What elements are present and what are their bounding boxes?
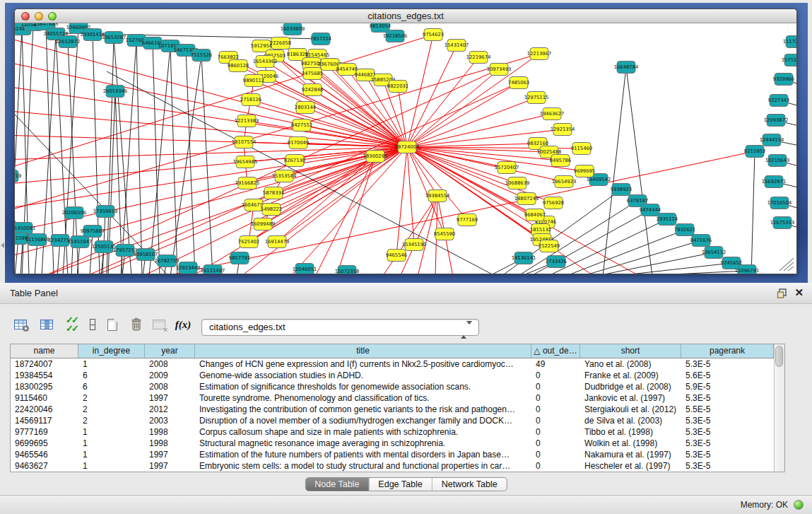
graph-node[interactable]: 10973493 — [487, 64, 512, 76]
graph-node[interactable]: 8545590 — [434, 228, 455, 240]
graph-node[interactable]: 19654985 — [233, 156, 258, 168]
scrollbar-thumb[interactable] — [775, 346, 783, 367]
graph-node[interactable]: 15720407 — [495, 162, 519, 174]
select-all-button[interactable]: ✓✓✓✓ — [62, 315, 81, 334]
graph-node[interactable]: 9699695 — [574, 165, 595, 177]
graph-node[interactable]: 16099489 — [251, 218, 276, 230]
graph-node[interactable]: 9242848 — [302, 84, 323, 96]
graph-node[interactable]: 11451947 — [68, 236, 93, 248]
graph-node[interactable]: 5878334 — [263, 187, 284, 199]
table-row[interactable]: 2242004622012Investigating the contribut… — [11, 404, 774, 415]
graph-node[interactable]: 90975887 — [81, 226, 105, 238]
graph-node[interactable]: 12219674 — [466, 52, 491, 64]
column-header-short[interactable]: short — [580, 344, 681, 358]
graph-node[interactable]: 14136141 — [512, 252, 536, 264]
graph-node[interactable]: 9860128 — [228, 60, 249, 72]
graph-node[interactable]: 2522549 — [539, 240, 560, 252]
column-header-year[interactable]: year — [145, 344, 195, 358]
graph-node[interactable]: 10688639 — [505, 177, 530, 189]
graph-node[interactable]: 19384554 — [425, 190, 450, 202]
table-row[interactable]: 1872400712008Changes of HCN gene express… — [11, 358, 774, 370]
memory-ok-indicator[interactable] — [794, 500, 804, 510]
graph-node[interactable]: 9754623 — [423, 29, 444, 41]
graph-node[interactable]: 7932621 — [674, 224, 695, 236]
graph-node[interactable]: 1733426 — [546, 256, 567, 268]
graph-node[interactable]: 7625402 — [238, 236, 259, 248]
new-column-button[interactable] — [103, 315, 122, 334]
graph-node[interactable]: 2226058 — [270, 37, 291, 49]
graph-node[interactable]: 18807249 — [514, 193, 539, 205]
graph-node[interactable]: 10654112 — [702, 247, 726, 259]
graph-node[interactable]: 9170049 — [288, 137, 309, 149]
network-window-titlebar[interactable]: citations_edges.txt — [15, 9, 796, 23]
graph-node[interactable]: 12213967 — [527, 48, 552, 60]
graph-node[interactable]: 11675313 — [770, 217, 795, 229]
table-row[interactable]: 1456911722003Disruption of a novel membe… — [11, 415, 774, 426]
graph-node[interactable]: 9777169 — [457, 214, 478, 226]
graph-node[interactable]: 19463627 — [540, 108, 565, 120]
graph-node[interactable]: 8427552 — [291, 119, 312, 132]
network-canvas[interactable]: 1872400716248712110564142584788324055724… — [15, 23, 796, 274]
graph-node[interactable]: 12921354 — [551, 124, 575, 136]
select-columns-button[interactable] — [37, 315, 56, 334]
graph-node[interactable]: 2935114 — [657, 214, 678, 226]
graph-node[interactable]: 26053346 — [103, 86, 128, 98]
graph-node[interactable]: 9227343 — [768, 95, 789, 107]
graph-node[interactable]: 17359919 — [93, 206, 118, 218]
table-row[interactable]: 969969511998Structural magnetic resonanc… — [11, 438, 774, 449]
graph-node[interactable]: 9756928 — [543, 197, 564, 209]
graph-node[interactable]: 19166825 — [235, 177, 260, 189]
float-panel-icon[interactable] — [777, 288, 788, 299]
graph-node[interactable]: 20532219 — [15, 170, 21, 182]
graph-node[interactable]: 19218506 — [383, 30, 408, 42]
function-builder-button[interactable]: f(x) — [174, 315, 192, 334]
graph-node[interactable]: 16648784 — [614, 62, 639, 74]
minimize-window-button[interactable] — [35, 12, 43, 21]
graph-node[interactable]: 12213383 — [235, 115, 259, 127]
graph-node[interactable]: 12046051 — [293, 264, 317, 274]
graph-node[interactable]: 3475685 — [302, 68, 323, 80]
tab-node-table[interactable]: Node Table — [305, 478, 368, 491]
table-row[interactable]: 977716911998Corpus callosum shape and si… — [11, 426, 774, 438]
table-settings-button[interactable] — [11, 315, 30, 334]
graph-node[interactable]: 15431407 — [445, 40, 469, 52]
graph-node[interactable]: 12093872 — [764, 115, 789, 127]
graph-node[interactable]: 20206506 — [62, 207, 87, 219]
graph-node[interactable]: 18724007 — [395, 141, 420, 153]
tab-network-table[interactable]: Network Table — [432, 478, 507, 491]
table-row[interactable]: 946362711997Embryonic stem cells: a mode… — [11, 460, 774, 472]
window-resize-grip[interactable] — [777, 257, 795, 272]
graph-node[interactable]: 5498222 — [261, 204, 282, 216]
column-header-in_degree[interactable]: in_degree — [78, 344, 145, 358]
graph-node[interactable]: 8471676 — [690, 235, 712, 247]
table-row[interactable]: 1830029562008Estimation of significance … — [11, 381, 774, 392]
close-window-button[interactable] — [21, 12, 30, 21]
column-header-pagerank[interactable]: pagerank — [681, 344, 774, 358]
column-header-name[interactable]: name — [11, 344, 78, 358]
graph-node[interactable]: 11172524 — [783, 36, 796, 48]
graph-node[interactable]: 15353584 — [272, 170, 297, 182]
table-source-dropdown[interactable]: citations_edges.txt — [201, 319, 479, 336]
graph-node[interactable]: 9684067 — [524, 209, 546, 221]
graph-node[interactable]: 8495786 — [550, 155, 571, 167]
graph-node[interactable]: 15345190 — [402, 239, 427, 251]
zoom-window-button[interactable] — [48, 12, 57, 21]
graph-node[interactable]: 8267130 — [284, 155, 305, 167]
graph-node[interactable]: 16033809 — [281, 23, 305, 35]
graph-node[interactable]: 7857224 — [310, 33, 331, 45]
delete-table-button[interactable] — [150, 315, 168, 334]
graph-node[interactable]: 2803144 — [295, 102, 316, 114]
graph-node[interactable]: 16111497 — [201, 265, 225, 274]
graph-node[interactable]: 8215953 — [744, 146, 765, 158]
graph-node[interactable]: 12975115 — [524, 92, 549, 104]
graph-node[interactable]: 7485063 — [508, 77, 529, 89]
graph-node[interactable]: 15751074 — [782, 54, 796, 66]
graph-node[interactable]: 18300295 — [363, 151, 388, 163]
graph-node[interactable]: 9329966 — [773, 74, 794, 86]
table-row[interactable]: 1938455462009Genome-wide association stu… — [11, 370, 774, 381]
graph-node[interactable]: 9938923 — [611, 184, 632, 196]
graph-node[interactable]: 11156869 — [25, 234, 50, 246]
left-pane-collapse-arrow[interactable] — [1, 243, 4, 248]
graph-node[interactable]: 9474444 — [640, 204, 661, 216]
graph-node[interactable]: 10210643 — [765, 155, 790, 167]
